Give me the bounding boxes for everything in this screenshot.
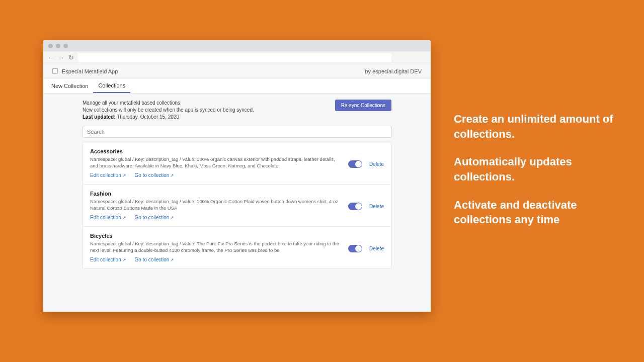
window-dot-minimize[interactable] xyxy=(56,44,60,48)
browser-toolbar: ← → ↻ xyxy=(43,51,431,64)
app-header: Especial Metafield App by especial.digit… xyxy=(43,64,431,78)
promo-line-2: Automatically updates collections. xyxy=(454,154,620,184)
external-icon: ↗ xyxy=(122,173,126,178)
url-bar[interactable] xyxy=(78,53,391,62)
promo-line-1: Create an unlimited amount of collection… xyxy=(454,112,620,141)
collection-desc: Namespace: global / Key: description_tag… xyxy=(90,198,341,212)
external-icon: ↗ xyxy=(122,215,126,220)
active-toggle[interactable] xyxy=(348,160,362,168)
tab-new-collection[interactable]: New Collection xyxy=(46,78,93,93)
info-line1: Manage all your metafield based collecti… xyxy=(83,100,182,106)
back-icon[interactable]: ← xyxy=(47,54,54,61)
browser-tabbar xyxy=(43,40,431,51)
external-icon: ↗ xyxy=(170,173,174,178)
app-icon xyxy=(52,68,58,74)
forward-icon[interactable]: → xyxy=(58,54,64,61)
edit-collection-link[interactable]: Edit collection↗ xyxy=(90,172,126,178)
last-updated-value: Thursday, October 15, 2020 xyxy=(117,114,179,120)
active-toggle[interactable] xyxy=(348,245,362,252)
delete-link[interactable]: Delete xyxy=(369,246,384,251)
goto-collection-link[interactable]: Go to collection↗ xyxy=(134,215,174,220)
collection-desc: Namespace: global / Key: description_tag… xyxy=(90,156,341,169)
window-dot-maximize[interactable] xyxy=(63,44,68,48)
app-title: Especial Metafield App xyxy=(62,68,118,74)
window-dot-close[interactable] xyxy=(48,44,53,48)
info-text: Manage all your metafield based collecti… xyxy=(83,100,325,121)
collection-title: Accessories xyxy=(90,148,341,154)
browser-window: ← → ↻ Especial Metafield App by especial… xyxy=(43,40,431,312)
delete-link[interactable]: Delete xyxy=(369,161,384,167)
app-byline: by especial.digital DEV xyxy=(365,68,422,74)
content: Manage all your metafield based collecti… xyxy=(43,94,431,312)
tab-collections[interactable]: Collections xyxy=(93,78,130,93)
delete-link[interactable]: Delete xyxy=(369,204,384,209)
edit-collection-link[interactable]: Edit collection↗ xyxy=(90,257,126,262)
promo-copy: Create an unlimited amount of collection… xyxy=(454,112,620,240)
collection-title: Fashion xyxy=(90,191,341,197)
info-line2: New collections will only be created whe… xyxy=(83,107,254,113)
search-input[interactable] xyxy=(83,126,391,138)
tabs: New Collection Collections xyxy=(43,78,431,94)
list-item: Fashion Namespace: global / Key: descrip… xyxy=(83,185,391,227)
reload-icon[interactable]: ↻ xyxy=(68,54,74,61)
collections-card: Accessories Namespace: global / Key: des… xyxy=(83,142,391,269)
last-updated-label: Last updated: xyxy=(83,114,116,120)
resync-button[interactable]: Re-sync Collections xyxy=(335,100,391,111)
list-item: Bicycles Namespace: global / Key: descri… xyxy=(83,227,391,268)
edit-collection-link[interactable]: Edit collection↗ xyxy=(90,215,126,220)
promo-line-3: Activate and deactivate collections any … xyxy=(454,198,620,227)
external-icon: ↗ xyxy=(170,215,174,220)
external-icon: ↗ xyxy=(122,257,126,262)
collection-title: Bicycles xyxy=(90,233,341,239)
active-toggle[interactable] xyxy=(348,203,362,210)
external-icon: ↗ xyxy=(170,257,174,262)
goto-collection-link[interactable]: Go to collection↗ xyxy=(134,172,174,178)
goto-collection-link[interactable]: Go to collection↗ xyxy=(134,257,174,262)
collection-desc: Namespace: global / Key: description_tag… xyxy=(90,240,341,254)
list-item: Accessories Namespace: global / Key: des… xyxy=(83,142,391,185)
